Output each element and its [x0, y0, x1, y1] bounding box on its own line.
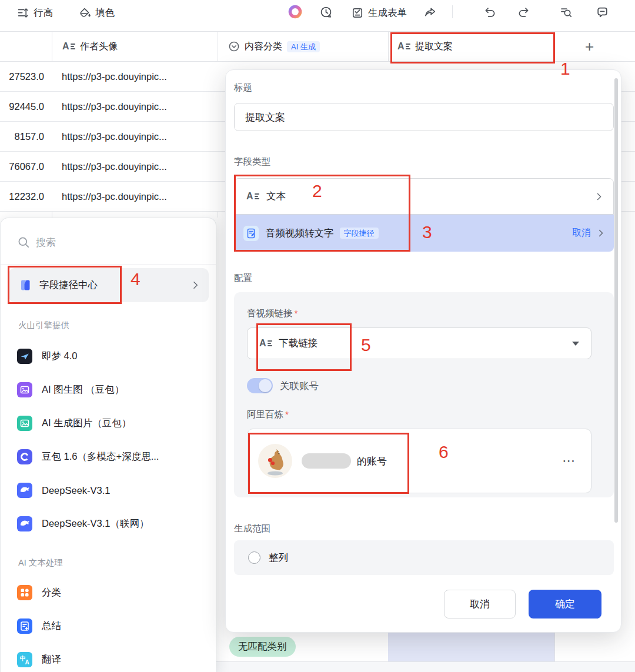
row-height-button[interactable]: 行高: [16, 5, 53, 21]
redacted-account-name: [302, 453, 351, 469]
link-account-label: 关联账号: [280, 380, 319, 393]
field-shortcut-panel: 字段捷径中心 火山引擎提供 即梦 4.0 AI 图生图 （豆包） AI 生成图片…: [0, 218, 216, 672]
url-cell[interactable]: https://p3-pc.douyinpic...: [52, 62, 218, 91]
field-type-text-row[interactable]: A 文本: [234, 178, 614, 215]
model-item-jimeng[interactable]: 即梦 4.0: [1, 345, 217, 368]
tool-item-translate[interactable]: 中A 翻译: [1, 648, 217, 671]
bailian-label: 阿里百炼*: [247, 409, 289, 421]
field-shortcut-selected-row[interactable]: 音频视频转文字 字段捷径 取消: [234, 215, 614, 252]
account-selector[interactable]: 的账号 ⋯: [247, 429, 591, 493]
comment-icon[interactable]: [594, 4, 610, 19]
range-option-row: 整列: [234, 540, 614, 575]
cancel-shortcut-link[interactable]: 取消: [572, 227, 591, 239]
fill-color-icon: [78, 6, 91, 19]
shortcut-center-icon: [18, 278, 32, 292]
column-header-extract-copy[interactable]: A 提取文案: [397, 32, 549, 61]
redo-icon[interactable]: [516, 4, 531, 19]
chevron-right-icon: [596, 228, 606, 238]
field-title-input[interactable]: [234, 103, 614, 131]
fill-color-button[interactable]: 填色: [78, 5, 115, 21]
url-cell[interactable]: https://p3-pc.douyinpic...: [52, 152, 218, 181]
model-item-img2img[interactable]: AI 图生图 （豆包）: [1, 378, 217, 402]
column-header-content-category[interactable]: 内容分类 AI 生成: [228, 32, 385, 61]
deepseek-icon: [17, 516, 32, 531]
url-cell[interactable]: https://p3-pc.douyinpic...: [52, 92, 218, 121]
ai-generated-badge: AI 生成: [287, 41, 320, 52]
section-title-volcano: 火山引擎提供: [18, 320, 69, 331]
tool-item-summarize[interactable]: 总结: [1, 614, 217, 638]
undo-icon[interactable]: [482, 4, 497, 19]
url-cell[interactable]: https://p3-pc.douyinpic...: [52, 182, 218, 211]
image-to-image-icon: [17, 382, 32, 397]
field-type-label: 字段类型: [234, 156, 270, 168]
dropdown-caret-icon: [572, 342, 579, 346]
row-height-label: 行高: [34, 6, 53, 19]
row-number-cell[interactable]: 12232.0: [0, 182, 52, 211]
text-field-icon: A: [246, 191, 259, 202]
section-title-ai-text: AI 文本处理: [18, 557, 63, 569]
row-number-cell[interactable]: 27523.0: [0, 62, 52, 91]
row-height-icon: [16, 6, 29, 19]
chevron-circle-icon: [228, 41, 240, 52]
kangaroo-avatar: [258, 444, 292, 478]
link-account-toggle[interactable]: [247, 378, 273, 393]
toolbar-divider: [452, 5, 453, 18]
add-column-button[interactable]: +: [585, 32, 620, 61]
account-suffix-label: 的账号: [357, 454, 387, 468]
search-icon: [17, 236, 31, 250]
panel-divider: [1, 264, 216, 265]
field-type-text-label: 文本: [266, 190, 286, 203]
audio-to-text-icon: [243, 226, 259, 241]
required-mark: *: [295, 308, 298, 318]
share-icon[interactable]: [422, 4, 437, 19]
classify-icon: [17, 585, 32, 600]
text-field-icon: A: [259, 338, 272, 349]
no-match-category-badge[interactable]: 无匹配类别: [229, 637, 296, 657]
dialog-scrollbar[interactable]: [614, 78, 618, 523]
required-mark: *: [285, 409, 289, 419]
range-option-label: 整列: [269, 551, 288, 564]
model-item-deepseek-web[interactable]: DeepSeek-V3.1（联网）: [1, 512, 217, 536]
model-item-gen-image[interactable]: AI 生成图片（豆包）: [1, 412, 217, 435]
shortcut-center-item[interactable]: 字段捷径中心: [9, 268, 209, 302]
av-link-value: 下载链接: [279, 337, 317, 350]
av-link-select[interactable]: A 下载链接: [247, 327, 591, 359]
row-number-cell[interactable]: 76067.0: [0, 152, 52, 181]
title-label: 标题: [234, 82, 252, 94]
history-icon[interactable]: [318, 4, 333, 19]
confirm-button[interactable]: 确定: [529, 590, 601, 618]
range-radio[interactable]: [248, 551, 260, 564]
search-input[interactable]: [36, 231, 195, 255]
fill-color-label: 填色: [95, 6, 115, 19]
column-divider: [554, 633, 555, 661]
config-label: 配置: [234, 272, 252, 285]
generate-image-icon: [17, 416, 32, 431]
search-records-icon[interactable]: [558, 4, 573, 19]
chevron-right-icon: [594, 192, 604, 202]
shortcut-center-label: 字段捷径中心: [39, 279, 190, 292]
config-card: 音视频链接* A 下载链接 关联账号 阿里百炼* 的账号 ⋯: [234, 292, 614, 497]
tool-item-classify[interactable]: 分类: [1, 581, 217, 604]
range-label: 生成范围: [234, 523, 270, 535]
url-cell[interactable]: https://p3-pc.douyinpic...: [52, 122, 218, 151]
column-header-author-avatar[interactable]: A 作者头像: [62, 32, 215, 61]
svg-text:A: A: [25, 659, 29, 666]
text-field-icon: A: [397, 41, 410, 52]
field-shortcut-badge: 字段捷径: [340, 228, 379, 239]
jimeng-icon: [17, 349, 32, 364]
more-options-icon[interactable]: ⋯: [562, 453, 576, 469]
model-item-deepseek[interactable]: DeepSeek-V3.1: [1, 479, 217, 502]
generate-form-label: 生成表单: [368, 6, 407, 19]
model-item-doubao[interactable]: 豆包 1.6（多模态+深度思...: [1, 445, 217, 469]
generate-form-button[interactable]: 生成表单: [351, 5, 407, 21]
row-number-cell[interactable]: 92445.0: [0, 92, 52, 121]
cancel-button[interactable]: 取消: [444, 590, 516, 618]
ai-assistant-icon[interactable]: [288, 4, 303, 19]
chevron-right-icon: [190, 280, 200, 290]
row-number-cell[interactable]: 8157.0: [0, 122, 52, 151]
field-config-dialog: 标题 字段类型 A 文本 音频视频转文字 字段捷径 取消 配置 音视频链接* A…: [225, 69, 621, 633]
translate-icon: 中A: [17, 652, 32, 667]
shortcut-item-label: 音频视频转文字: [266, 227, 334, 240]
summarize-icon: [17, 618, 32, 634]
selected-cell[interactable]: [388, 633, 554, 661]
